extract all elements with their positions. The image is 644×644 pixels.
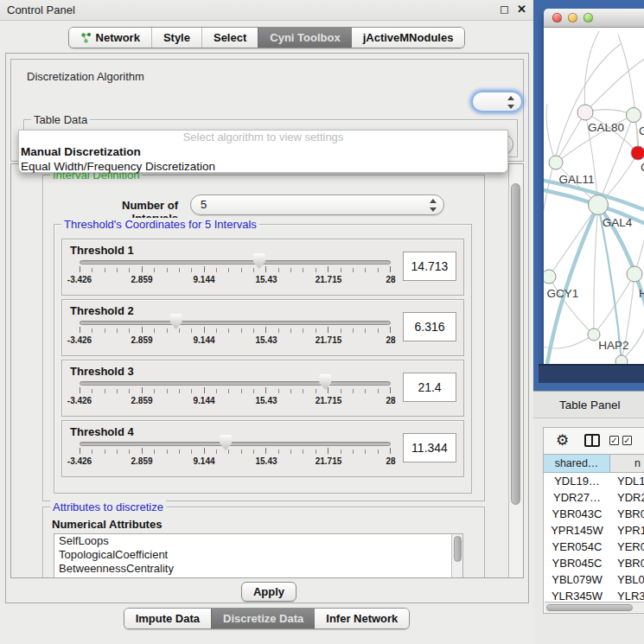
popup-option-equal-width-frequency[interactable]: Equal Width/Frequency Discretization <box>19 159 507 174</box>
slider-major-ticks <box>80 327 391 333</box>
checkbox-icon[interactable]: ✓ <box>622 436 632 445</box>
network-graph: GAL80 G C GAL11 GAL4 GCY1 H HAP2 <box>544 28 644 364</box>
thresholds-group-label: Threshold's Coordinates for 5 Intervals <box>61 218 259 231</box>
attributes-group-label: Attributes to discretize <box>50 501 166 513</box>
threshold-1-slider[interactable]: -3.426 2.859 9.144 15.43 21.715 28 <box>80 239 391 295</box>
network-window-titlebar[interactable] <box>544 9 644 28</box>
network-canvas[interactable]: GAL80 G C GAL11 GAL4 GCY1 H HAP2 <box>544 28 644 364</box>
tab-label: Impute Data <box>136 612 200 625</box>
table-row[interactable]: YPR145WYPR1 <box>544 522 644 539</box>
threshold-2-slider[interactable]: -3.426 2.859 9.144 15.43 21.715 28 <box>80 300 391 355</box>
node-label-clipped-g: G <box>639 124 644 137</box>
column-header-shared-name[interactable]: shared… <box>544 455 610 473</box>
control-panel: Control Panel ◻ ✕ Network Style Select C… <box>0 0 533 644</box>
popup-placeholder: Select algorithm to view settings <box>19 131 507 144</box>
node-label-gal4: GAL4 <box>603 216 633 229</box>
slider-track[interactable] <box>80 381 391 386</box>
node-label-gal11: GAL11 <box>558 173 594 186</box>
threshold-4-value-field[interactable]: 11.344 <box>403 433 456 462</box>
table-row[interactable]: YER054CYER0 <box>544 539 644 555</box>
threshold-2-panel: Threshold 2 -3.426 2.859 9.144 15.43 <box>61 299 464 356</box>
tab-jactivemnodules[interactable]: jActiveMNodules <box>352 28 465 48</box>
tab-impute-data[interactable]: Impute Data <box>124 609 211 628</box>
tab-network[interactable]: Network <box>69 28 151 48</box>
tab-discretize-data[interactable]: Discretize Data <box>211 609 315 628</box>
gear-icon[interactable]: ⚙ <box>556 431 569 450</box>
tab-select[interactable]: Select <box>201 28 258 48</box>
attributes-to-discretize-group: Attributes to discretize Numerical Attri… <box>42 507 485 578</box>
table-horizontal-scrollbar[interactable] <box>545 602 644 612</box>
tab-infer-network[interactable]: Infer Network <box>315 609 409 628</box>
numerical-attributes-label: Numerical Attributes <box>52 518 162 531</box>
tab-cyni-toolbox[interactable]: Cyni Toolbox <box>258 28 351 48</box>
combo-stepper-icon <box>429 199 437 212</box>
thresholds-group: Threshold's Coordinates for 5 Intervals … <box>54 224 472 494</box>
table-header-row: shared… n <box>544 454 644 473</box>
scrollbar-thumb[interactable] <box>546 604 633 611</box>
algorithm-combobox[interactable] <box>471 91 523 112</box>
tab-label: Select <box>214 31 246 44</box>
slider-track[interactable] <box>80 442 391 446</box>
tab-label: Cyni Toolbox <box>270 31 340 44</box>
column-header-name[interactable]: n <box>610 455 644 473</box>
column-layout-icon[interactable] <box>584 434 600 447</box>
algorithm-group-label: Discretization Algorithm <box>27 70 144 83</box>
node-gal11 <box>549 156 563 169</box>
scrollbar-thumb[interactable] <box>454 536 462 562</box>
network-view-window[interactable]: GAL80 G C GAL11 GAL4 GCY1 H HAP2 <box>544 9 644 364</box>
slider-tick-labels: -3.426 2.859 9.144 15.43 21.715 28 <box>80 456 391 467</box>
threshold-4-slider[interactable]: -3.426 2.859 9.144 15.43 21.715 28 <box>80 421 391 476</box>
node-clipped-top-right <box>627 108 641 123</box>
tab-label: Discretize Data <box>223 612 303 625</box>
table-data-label: Table Data <box>31 113 90 126</box>
threshold-3-panel: Threshold 3 -3.426 2.859 9.144 15.43 <box>61 360 464 417</box>
threshold-3-slider[interactable]: -3.426 2.859 9.144 15.43 21.715 28 <box>80 360 391 416</box>
slider-track[interactable] <box>80 260 391 265</box>
cytoscape-desktop: GAL80 G C GAL11 GAL4 GCY1 H HAP2 <box>533 0 644 391</box>
table-row[interactable]: YBR045CYBR0 <box>544 555 644 571</box>
node-gcy1 <box>544 270 556 284</box>
zoom-traffic-light-icon[interactable] <box>583 13 593 22</box>
table-panel: ⚙ ✓ ✓ shared… n YDL19…YDL1 YDR27…YDR2 YB… <box>533 418 644 644</box>
tab-label: jActiveMNodules <box>363 31 454 44</box>
close-traffic-light-icon[interactable] <box>552 13 562 22</box>
number-of-intervals-combobox[interactable]: 5 <box>190 194 444 215</box>
table-row[interactable]: YDR27…YDR2 <box>544 489 644 506</box>
numerical-attributes-list[interactable]: SelfLoops TopologicalCoefficient Between… <box>54 533 463 578</box>
tab-style[interactable]: Style <box>151 28 201 48</box>
table-panel-title: Table Panel <box>559 399 621 411</box>
scrollbar-thumb[interactable] <box>511 183 520 505</box>
settings-vertical-scrollbar[interactable] <box>508 164 523 577</box>
popup-option-manual-discretization[interactable]: Manual Discretization <box>19 144 507 159</box>
network-icon <box>80 32 92 43</box>
slider-tick-labels: -3.426 2.859 9.144 15.43 21.715 28 <box>80 396 391 406</box>
threshold-1-value-field[interactable]: 14.713 <box>403 252 456 281</box>
threshold-3-value-field[interactable]: 21.4 <box>403 373 456 402</box>
node-label-gcy1: GCY1 <box>547 287 579 300</box>
slider-tick-labels: -3.426 2.859 9.144 15.43 21.715 28 <box>80 335 391 346</box>
minimize-traffic-light-icon[interactable] <box>568 13 577 22</box>
list-item[interactable]: SelfLoops <box>54 534 462 548</box>
table-panel-titlebar: Table Panel <box>533 391 644 418</box>
tab-label: Network <box>96 31 140 44</box>
apply-button[interactable]: Apply <box>241 582 296 602</box>
close-panel-icon[interactable]: ✕ <box>517 3 526 16</box>
threshold-2-value-field[interactable]: 6.316 <box>403 312 456 341</box>
slider-major-ticks <box>80 448 391 454</box>
table-row[interactable]: YDL19…YDL1 <box>544 473 644 489</box>
list-scrollbar[interactable] <box>451 534 462 578</box>
node-clipped-right <box>627 266 642 282</box>
top-tab-bar: Network Style Select Cyni Toolbox jActiv… <box>0 27 533 48</box>
node-label-gal80: GAL80 <box>588 121 624 134</box>
slider-track[interactable] <box>80 321 391 325</box>
float-window-icon[interactable]: ◻ <box>500 3 509 16</box>
algorithm-dropdown-popup: Select algorithm to view settings Manual… <box>18 130 508 173</box>
table-row[interactable]: YBL079WYBL0 <box>544 571 644 588</box>
node-highlighted-red <box>631 146 644 160</box>
node-table: ⚙ ✓ ✓ shared… n YDL19…YDL1 YDR27…YDR2 YB… <box>543 427 644 614</box>
checkbox-icon[interactable]: ✓ <box>609 436 619 445</box>
list-item[interactable]: BetweennessCentrality <box>54 562 462 576</box>
node-label-hap2: HAP2 <box>598 339 628 352</box>
table-row[interactable]: YBR043CYBR0 <box>544 506 644 522</box>
list-item[interactable]: TopologicalCoefficient <box>54 548 462 562</box>
